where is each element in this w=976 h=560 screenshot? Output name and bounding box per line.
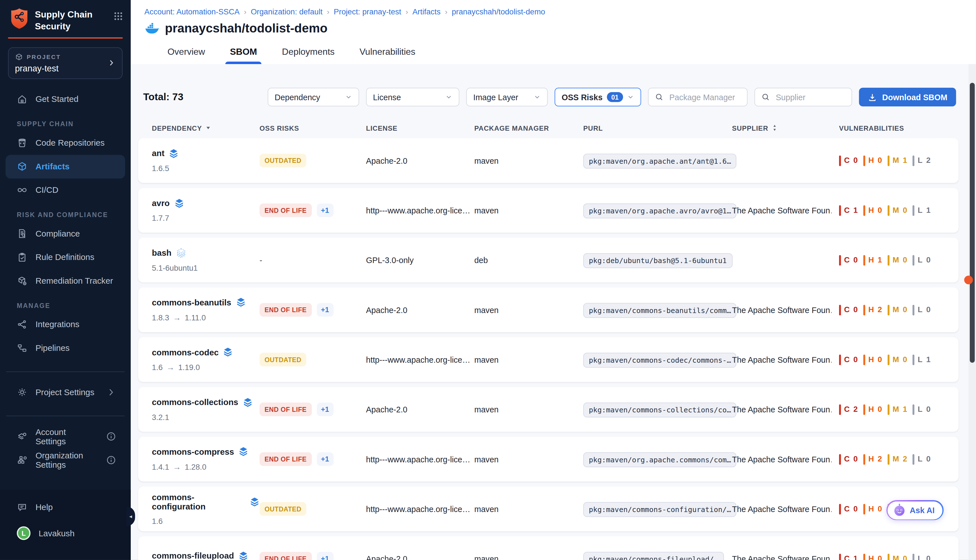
purl-chip[interactable]: pkg:deb/ubuntu/bash@5.1-6ubuntu1: [583, 253, 732, 268]
toolbar: Total: 73 Dependency License Image Layer: [143, 88, 956, 107]
image-layer-filter-dropdown[interactable]: Image Layer: [466, 88, 548, 107]
sidebar-item-integrations[interactable]: Integrations: [6, 313, 125, 337]
table-row[interactable]: commons-collections 3.2.1→ END OF LIFE +…: [138, 387, 958, 432]
license-value: Apache-2.0: [366, 405, 474, 414]
gear-icon: [17, 387, 27, 397]
dependency-name: commons-configuration: [152, 493, 245, 511]
total-count: Total: 73: [143, 92, 183, 103]
oss-risks-filter-dropdown[interactable]: OSS Risks 01: [555, 88, 641, 107]
purl-chip[interactable]: pkg:maven/org.apache.ant/ant@1.6…: [583, 153, 736, 168]
table-row[interactable]: commons-codec 1.6→1.19.0 OUTDATED http--…: [138, 337, 958, 382]
column-header-purl: PURL: [583, 124, 732, 132]
sidebar-item-code-repositories[interactable]: Code Repositories: [6, 131, 125, 155]
purl-chip[interactable]: pkg:maven/org.apache.avro/avro@1…: [583, 203, 736, 218]
breadcrumb-link-2[interactable]: Project: pranay-test: [334, 7, 401, 16]
vuln-count-c: C0: [839, 305, 858, 315]
vuln-count-l: L0: [913, 255, 931, 265]
oss-risk-more-badge[interactable]: +1: [317, 452, 334, 466]
sidebar-item-rule-definitions[interactable]: Rule Definitions: [6, 245, 125, 269]
table-row[interactable]: ant 1.6.5→ OUTDATED Apache-2.0 maven pkg…: [138, 138, 958, 183]
tab-deployments[interactable]: Deployments: [278, 47, 339, 64]
vuln-count-l: L2: [913, 155, 931, 166]
dependency-version: 1.8.3→1.11.0: [152, 313, 260, 322]
supplier-value: The Apache Software Foun…: [732, 554, 832, 560]
vuln-count-l: L1: [913, 205, 931, 215]
sidebar-item-account-settings[interactable]: Account Settings: [6, 425, 125, 448]
table-row[interactable]: bash 5.1-6ubuntu1→ - GPL-3.0-only deb pk…: [138, 238, 958, 283]
oss-risk-more-badge[interactable]: +1: [317, 203, 334, 217]
breadcrumb-link-3[interactable]: Artifacts: [412, 7, 440, 16]
table-row[interactable]: commons-configuration 1.6→ OUTDATED http…: [138, 487, 958, 532]
sidebar-item-pipelines[interactable]: Pipelines: [6, 337, 125, 360]
table-row[interactable]: commons-compress 1.4.1→1.28.0 END OF LIF…: [138, 437, 958, 482]
supplier-search-input[interactable]: [774, 92, 845, 102]
sidebar-item-label: Artifacts: [35, 162, 70, 171]
purl-chip[interactable]: pkg:maven/commons-codec/commons-…: [583, 353, 736, 368]
sidebar-item-remediation-tracker[interactable]: Remediation Tracker: [6, 269, 125, 293]
breadcrumb-separator: ›: [327, 7, 330, 16]
oss-risk-more-badge[interactable]: +1: [317, 303, 334, 317]
purl-chip[interactable]: pkg:maven/commons-collections/co…: [583, 402, 736, 417]
oss-risk-more-badge[interactable]: +1: [317, 402, 334, 416]
column-header-dependency[interactable]: DEPENDENCY: [152, 124, 260, 132]
table-row[interactable]: commons-beanutils 1.8.3→1.11.0 END OF LI…: [138, 287, 958, 332]
purl-chip[interactable]: pkg:maven/org.apache.commons/com…: [583, 452, 736, 467]
tab-sbom[interactable]: SBOM: [226, 47, 262, 64]
tab-overview[interactable]: Overview: [163, 47, 209, 64]
sidebar-item-project-settings[interactable]: Project Settings: [6, 380, 125, 404]
breadcrumb-link-4[interactable]: pranaycshah/todolist-demo: [452, 7, 546, 16]
dependency-version: 1.4.1→1.28.0: [152, 462, 260, 472]
scrollbar-thumb[interactable]: [970, 83, 975, 363]
sidebar-item-help[interactable]: Help: [6, 496, 125, 518]
apps-grid-icon[interactable]: [113, 11, 123, 21]
ask-ai-button[interactable]: Ask AI: [886, 500, 944, 520]
sidebar-item-organization-settings[interactable]: Organization Settings: [6, 448, 125, 472]
vuln-count-m: M1: [888, 404, 907, 415]
tab-vulnerabilities[interactable]: Vulnerabilities: [355, 47, 420, 64]
sidebar-item-label: Account Settings: [35, 427, 98, 446]
license-value: http---www.apache.org-lice…: [366, 355, 474, 364]
download-sbom-button[interactable]: Download SBOM: [859, 88, 956, 107]
column-header-supplier[interactable]: SUPPLIER: [732, 124, 839, 132]
dependency-name: commons-collections: [152, 397, 239, 407]
page-header: Account: Automation-SSCA›Organization: d…: [131, 0, 976, 65]
sidebar-item-artifacts[interactable]: Artifacts: [6, 155, 125, 178]
license-filter-dropdown[interactable]: License: [366, 88, 460, 107]
package-manager-search[interactable]: [648, 88, 748, 107]
layers-icon: [169, 148, 179, 158]
scrollbar-track[interactable]: [969, 64, 976, 560]
layers-gear-icon: [17, 431, 27, 442]
user-name: Lavakush: [39, 528, 75, 538]
chevron-down-icon: [534, 93, 541, 101]
project-selector[interactable]: PROJECT pranay-test: [8, 47, 123, 79]
purl-chip[interactable]: pkg:maven/commons-configuration/…: [583, 502, 736, 517]
sidebar-divider: [6, 371, 125, 372]
table-row[interactable]: avro 1.7.7→ END OF LIFE +1 http---www.ap…: [138, 188, 958, 233]
breadcrumb-link-0[interactable]: Account: Automation-SSCA: [144, 7, 240, 16]
sidebar-item-compliance[interactable]: Compliance: [6, 222, 125, 245]
oss-risk-more-badge[interactable]: +1: [317, 552, 334, 560]
chevron-right-icon: [106, 387, 116, 397]
table-row[interactable]: commons-fileupload → END OF LIFE +1 Apac…: [138, 536, 958, 560]
vuln-count-h: H1: [863, 255, 882, 265]
oss-risk-badge: -: [260, 255, 262, 265]
notification-dot[interactable]: [964, 275, 973, 284]
sidebar-item-get-started[interactable]: Get Started: [6, 88, 125, 111]
user-menu[interactable]: L Lavakush: [6, 522, 125, 544]
cube-wrench-icon: [17, 276, 27, 286]
vulnerability-counts: C0H0M0L1: [839, 354, 958, 365]
dependency-filter-dropdown[interactable]: Dependency: [268, 88, 359, 107]
sidebar-item-label: Remediation Tracker: [35, 276, 113, 286]
package-manager-search-input[interactable]: [668, 92, 741, 102]
dependency-name: commons-beanutils: [152, 298, 231, 307]
vuln-count-h: H0: [863, 553, 882, 560]
supplier-search[interactable]: [754, 88, 852, 107]
breadcrumb-link-1[interactable]: Organization: default: [251, 7, 322, 16]
purl-chip[interactable]: pkg:maven/commons-beanutils/comm…: [583, 303, 736, 318]
vuln-count-c: C2: [839, 404, 858, 415]
sidebar-item-ci-cd[interactable]: CI/CD: [6, 178, 125, 202]
purl-chip[interactable]: pkg:maven/commons-fileupload/…: [583, 552, 724, 560]
sidebar-item-label: Pipelines: [35, 343, 70, 353]
supplier-value: The Apache Software Foun…: [732, 355, 832, 364]
sidebar-item-label: Project Settings: [35, 388, 94, 397]
